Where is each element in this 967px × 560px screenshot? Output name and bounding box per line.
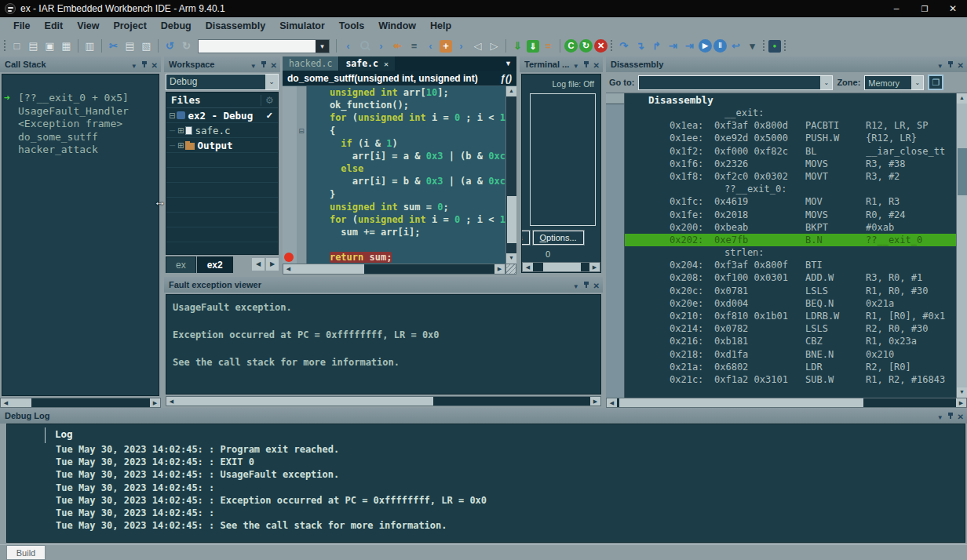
pin-icon[interactable] [141,60,148,68]
scroll-down-icon[interactable] [957,387,967,398]
close-panel-icon[interactable] [151,57,158,71]
step-into-icon[interactable]: ↴ [633,39,648,53]
expand-node-icon[interactable]: ⊞ [177,141,184,150]
collapse-icon[interactable] [250,57,257,71]
fold-row[interactable]: ⊟ [297,125,306,137]
chevron-down-icon[interactable]: ▾ [316,40,329,53]
disassembly-row[interactable]: 0x21c:0xf1a2 0x3101SUB.WR1, R2, #16843 [625,373,956,386]
call-stack-frame[interactable]: do_some_sutff [2,131,159,144]
disassembly-title-bar[interactable]: Disassembly [606,56,967,72]
disassembly-row[interactable]: 0x216:0xb181CBZR1, 0x23a [625,335,956,347]
collapse-icon[interactable] [573,278,579,292]
workspace-tree-row[interactable]: ─⊞Output [166,138,278,153]
scroll-right-icon[interactable] [589,263,600,271]
chevron-down-icon[interactable]: ⌄ [265,75,278,89]
toolbar-grip[interactable] [783,39,787,53]
resize-grip[interactable] [505,264,516,275]
scrollbar-track[interactable] [533,263,589,271]
break-icon[interactable]: ‖ [713,39,727,53]
close-panel-icon[interactable] [593,278,600,292]
function-list-icon[interactable]: ƒ() [500,73,512,84]
gutter-row[interactable] [283,175,297,187]
close-tab-icon[interactable]: ✕ [384,60,389,68]
menu-debug[interactable]: Debug [154,17,199,35]
disassembly-row[interactable]: 0x20e:0xd004BEQ.N0x21a [625,297,956,310]
previous-bookmark-icon[interactable]: ‹ [423,39,438,53]
menu-view[interactable]: View [70,17,106,35]
scroll-down-icon[interactable] [506,253,516,264]
disassembly-row[interactable]: 0x218:0xd1faBNE.N0x210 [625,348,956,361]
close-panel-icon[interactable] [593,57,600,71]
gutter-row[interactable] [283,111,297,124]
scroll-right-icon[interactable] [150,398,160,407]
code-line[interactable]: for (unsigned int i = 0 ; i < 10 [307,213,505,226]
scrollbar-thumb[interactable] [543,263,581,271]
gutter-row[interactable] [283,86,297,99]
gutter-row[interactable] [283,137,297,150]
function-selector[interactable]: do_some_sutff(unsigned int, unsigned int… [283,71,516,86]
editor-hscrollbar[interactable] [283,264,505,275]
disassembly-row[interactable]: 0x1ea:0xf3af 0x800dPACBTIR12, LR, SP [625,119,956,132]
disassembly-label-row[interactable]: strlen: [625,246,956,259]
scroll-left-icon[interactable] [523,263,533,271]
terminal-hscrollbar[interactable] [522,262,600,272]
reset-restart-icon[interactable]: ↩ [728,39,743,53]
disassembly-row[interactable]: 0x1f6:0x2326MOVSR3, #38 [625,158,956,170]
scrollbar-thumb[interactable] [507,196,516,243]
ctrl-codes-button[interactable]: s [521,231,530,245]
code-line[interactable]: for (unsigned int i = 0 ; i < 10 [307,111,505,124]
toolbar-grip[interactable] [610,39,614,53]
disassembly-row[interactable]: 0x20c:0x0781LSLSR1, R0, #30 [625,285,956,297]
scrollbar-track[interactable] [294,264,494,274]
terminal-title-bar[interactable]: Terminal ... [520,56,603,72]
expand-node-icon[interactable]: ⊞ [177,126,184,135]
cut-icon[interactable]: ✂ [106,39,121,53]
stop-debugging-icon[interactable]: ✕ [594,39,608,53]
zone-combo[interactable]: Memory ⌄ [864,75,924,90]
collapse-node-icon[interactable]: ⊟ [169,111,175,120]
code-line[interactable]: unsigned int sum = 0; [307,201,505,213]
save-all-icon[interactable]: ▦ [59,39,74,53]
go-icon[interactable]: ▶ [699,39,712,53]
fault-viewer-title-bar[interactable]: Fault exception viewer [164,277,603,293]
gutter-row[interactable] [283,201,297,213]
download-icon[interactable]: ⇓ [510,39,525,53]
disassembly-gutter[interactable] [606,93,625,398]
gutter-row[interactable] [283,99,297,111]
chevron-down-icon[interactable]: ⌄ [911,76,923,89]
editor-tab-hacked.c[interactable]: hacked.c [283,56,338,71]
bookmark-list-icon[interactable]: ≡ [407,39,421,53]
pin-icon[interactable] [261,60,267,68]
breakpoint-gutter[interactable] [283,86,297,264]
menu-file[interactable]: File [6,17,38,35]
build-tab[interactable]: Build [6,545,46,560]
workspace-title-bar[interactable]: Workspace [164,56,280,72]
scroll-right-icon[interactable] [590,397,600,405]
code-line[interactable]: return sum; [307,251,505,264]
debug-log-title-bar[interactable]: Debug Log [0,408,967,424]
workspace-tree-row[interactable]: ─⊞safe.c [166,123,278,138]
menu-window[interactable]: Window [371,17,423,35]
print-icon[interactable]: ▥ [82,39,97,53]
scrollbar-thumb[interactable] [619,398,863,407]
options-button[interactable]: Options... [533,231,584,245]
code-fold-margin[interactable]: ⊟ [297,86,307,264]
open-file-icon[interactable]: ▤ [26,39,41,53]
disassembly-row[interactable]: 0x1fe:0x2018MOVSR0, #24 [625,209,956,221]
disassembly-row[interactable]: 0x202:0xe7fbB.N??__exit_0 [625,234,956,246]
code-line[interactable]: unsigned int arr[10]; [307,86,505,99]
gutter-row[interactable] [283,238,297,251]
call-stack-frame[interactable]: UsageFault_Handler [2,105,159,118]
chevron-down-icon[interactable]: ⌄ [820,76,832,89]
scrollbar-thumb[interactable] [958,148,967,195]
menu-edit[interactable]: Edit [38,17,71,35]
code-line[interactable]: arr[i] = b & 0x3 | (a & 0xc) [307,175,505,187]
undo-icon[interactable]: ↺ [162,39,177,53]
scroll-left-icon[interactable] [166,397,177,405]
collapse-icon[interactable] [573,57,579,71]
gutter-row[interactable] [283,226,297,238]
disassembly-label-row[interactable]: ??__exit_0: [625,183,956,195]
collapse-icon[interactable] [131,57,137,71]
gutter-row[interactable] [283,188,297,201]
scroll-left-icon[interactable] [607,398,617,407]
